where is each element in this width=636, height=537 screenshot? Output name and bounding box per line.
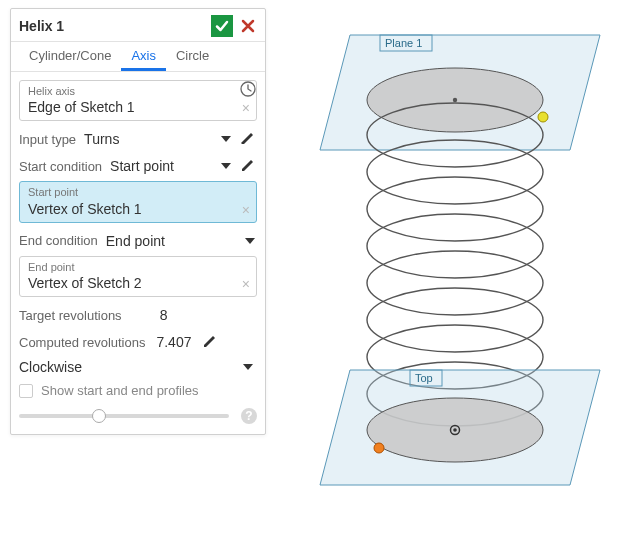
- checkbox-icon: [19, 384, 33, 398]
- target-revolutions-input[interactable]: 8: [122, 307, 172, 323]
- opacity-slider[interactable]: [19, 414, 229, 418]
- check-icon: [214, 18, 230, 34]
- axis-top-point: [453, 98, 457, 102]
- clear-helix-axis-button[interactable]: ×: [242, 100, 250, 116]
- start-vertex-marker[interactable]: [374, 443, 384, 453]
- show-profiles-checkbox[interactable]: Show start and end profiles: [19, 383, 257, 398]
- end-condition-value: End point: [106, 233, 165, 249]
- end-condition-row: End condition End point: [19, 229, 257, 253]
- panel-title: Helix 1: [19, 18, 211, 34]
- edit-icon[interactable]: [239, 130, 257, 148]
- start-condition-label: Start condition: [19, 159, 102, 174]
- svg-point-7: [367, 251, 543, 315]
- computed-revolutions-row: Computed revolutions 7.407: [19, 330, 257, 354]
- end-point-field[interactable]: End point Vertex of Sketch 2 ×: [19, 256, 257, 297]
- start-condition-row: Start condition Start point: [19, 154, 257, 178]
- helix-axis-field[interactable]: Helix axis Edge of Sketch 1 ×: [19, 80, 257, 121]
- chevron-down-icon: [245, 238, 255, 244]
- end-point-label: End point: [28, 261, 232, 274]
- tab-cylinder-cone[interactable]: Cylinder/Cone: [19, 42, 121, 71]
- target-revolutions-label: Target revolutions: [19, 308, 122, 323]
- cancel-button[interactable]: [239, 15, 257, 37]
- history-icon[interactable]: [239, 80, 257, 98]
- chevron-down-icon: [221, 163, 231, 169]
- clear-end-point-button[interactable]: ×: [242, 276, 250, 292]
- end-condition-label: End condition: [19, 233, 98, 248]
- svg-point-8: [367, 288, 543, 352]
- direction-row: Clockwise: [19, 357, 257, 379]
- top-plane-label: Plane 1: [385, 37, 422, 49]
- edit-icon[interactable]: [201, 333, 219, 351]
- confirm-button[interactable]: [211, 15, 233, 37]
- panel-header: Helix 1: [11, 9, 265, 42]
- axis-bottom-point: [453, 428, 457, 432]
- panel-footer: ?: [19, 408, 257, 424]
- tab-axis[interactable]: Axis: [121, 42, 166, 71]
- start-point-value: Vertex of Sketch 1: [28, 200, 232, 218]
- tab-bar: Cylinder/Cone Axis Circle: [11, 42, 265, 72]
- start-point-label: Start point: [28, 186, 232, 199]
- svg-point-6: [367, 214, 543, 278]
- chevron-down-icon: [243, 364, 253, 370]
- tab-circle[interactable]: Circle: [166, 42, 219, 71]
- input-type-dropdown[interactable]: Turns: [76, 131, 233, 147]
- helix-axis-value: Edge of Sketch 1: [28, 98, 232, 116]
- direction-value: Clockwise: [19, 359, 82, 375]
- direction-dropdown[interactable]: Clockwise: [19, 359, 257, 375]
- start-point-field[interactable]: Start point Vertex of Sketch 1 ×: [19, 181, 257, 222]
- start-condition-value: Start point: [110, 158, 174, 174]
- computed-revolutions-value: 7.407: [145, 334, 195, 350]
- end-vertex-marker[interactable]: [538, 112, 548, 122]
- helix-axis-label: Helix axis: [28, 85, 232, 98]
- close-icon: [241, 19, 255, 33]
- panel-body: Helix axis Edge of Sketch 1 × Input type…: [11, 72, 265, 434]
- helix-preview: Plane 1 Top: [280, 0, 636, 537]
- start-condition-dropdown[interactable]: Start point: [102, 158, 233, 174]
- end-point-value: Vertex of Sketch 2: [28, 274, 232, 292]
- target-revolutions-row: Target revolutions 8: [19, 303, 257, 327]
- bottom-plane-label: Top: [415, 372, 433, 384]
- helix-feature-panel: Helix 1 Cylinder/Cone Axis Circle Helix …: [10, 8, 266, 435]
- input-type-value: Turns: [84, 131, 119, 147]
- clear-start-point-button[interactable]: ×: [242, 202, 250, 218]
- input-type-label: Input type: [19, 132, 76, 147]
- computed-revolutions-label: Computed revolutions: [19, 335, 145, 350]
- svg-point-5: [367, 177, 543, 241]
- chevron-down-icon: [221, 136, 231, 142]
- show-profiles-label: Show start and end profiles: [41, 383, 199, 398]
- end-condition-dropdown[interactable]: End point: [98, 233, 257, 249]
- slider-thumb[interactable]: [92, 409, 106, 423]
- help-button[interactable]: ?: [241, 408, 257, 424]
- input-type-row: Input type Turns: [19, 127, 257, 151]
- edit-icon[interactable]: [239, 157, 257, 175]
- viewport-3d[interactable]: Plane 1 Top: [280, 0, 636, 537]
